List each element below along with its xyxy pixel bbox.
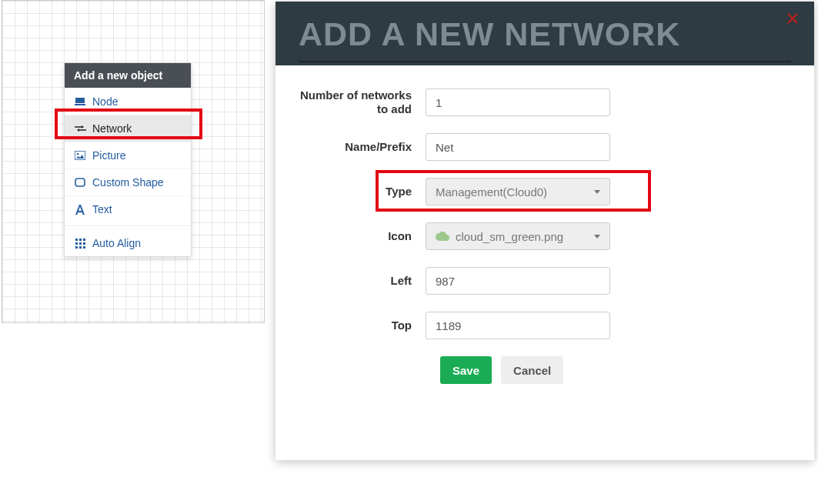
menu-item-label: Node: [92, 95, 118, 108]
menu-item-label: Picture: [92, 149, 126, 162]
button-row: Save Cancel: [440, 356, 768, 384]
chevron-down-icon: [594, 190, 600, 194]
svg-rect-0: [75, 151, 85, 160]
svg-point-1: [77, 153, 79, 155]
menu-item-auto-align[interactable]: Auto Align: [65, 229, 191, 256]
picture-icon: [74, 150, 86, 161]
save-button[interactable]: Save: [440, 356, 492, 384]
svg-rect-9: [75, 246, 78, 249]
label-network-count: Number of networks to add: [299, 88, 426, 116]
modal-body: Number of networks to add Name/Prefix Ty…: [275, 65, 814, 407]
svg-rect-10: [79, 246, 82, 249]
menu-item-custom-shape[interactable]: Custom Shape: [65, 169, 191, 195]
select-icon-value: cloud_sm_green.png: [456, 230, 563, 243]
select-type-value: Management(Cloud0): [436, 185, 547, 199]
modal-header: ADD A NEW NETWORK: [275, 2, 814, 65]
shape-icon: [74, 177, 86, 188]
row-top: Top: [299, 312, 768, 339]
svg-rect-4: [79, 239, 82, 241]
label-name-prefix: Name/Prefix: [299, 140, 426, 154]
menu-item-text[interactable]: Text: [65, 195, 191, 222]
svg-rect-3: [75, 239, 78, 241]
label-top: Top: [299, 319, 426, 332]
canvas-grid[interactable]: Add a new object Node Network Picture Cu…: [2, 0, 265, 323]
menu-item-label: Network: [92, 122, 132, 135]
label-type: Type: [299, 185, 426, 199]
context-menu-add-object: Add a new object Node Network Picture Cu…: [64, 62, 192, 257]
label-left: Left: [299, 274, 426, 288]
row-left: Left: [299, 267, 768, 295]
svg-rect-8: [83, 242, 85, 245]
menu-item-label: Auto Align: [92, 237, 141, 249]
chevron-down-icon: [594, 235, 600, 239]
svg-rect-2: [75, 179, 85, 186]
label-icon: Icon: [299, 229, 426, 243]
node-icon: [74, 96, 86, 107]
row-network-count: Number of networks to add: [299, 88, 768, 116]
context-menu-header: Add a new object: [65, 63, 191, 88]
menu-item-label: Custom Shape: [92, 176, 164, 189]
input-left[interactable]: [426, 267, 610, 295]
menu-item-picture[interactable]: Picture: [65, 142, 191, 169]
svg-rect-7: [79, 242, 82, 245]
select-icon[interactable]: cloud_sm_green.png: [426, 222, 610, 250]
row-name-prefix: Name/Prefix: [299, 133, 768, 161]
input-name-prefix[interactable]: [426, 133, 610, 161]
modal-title: ADD A NEW NETWORK: [299, 15, 791, 62]
cancel-button[interactable]: Cancel: [501, 356, 563, 384]
menu-item-label: Text: [92, 203, 112, 215]
svg-rect-11: [83, 246, 85, 249]
input-network-count[interactable]: [426, 88, 610, 116]
grid-icon: [74, 238, 86, 249]
menu-item-network[interactable]: Network: [65, 115, 191, 142]
svg-rect-6: [75, 242, 78, 245]
row-icon: Icon cloud_sm_green.png: [299, 222, 768, 250]
svg-rect-5: [83, 239, 85, 241]
cloud-icon: [436, 230, 449, 243]
menu-item-node[interactable]: Node: [65, 88, 191, 115]
add-network-modal: ADD A NEW NETWORK Number of networks to …: [275, 2, 814, 460]
close-icon[interactable]: [786, 12, 800, 26]
text-icon: [74, 204, 86, 215]
select-type[interactable]: Management(Cloud0): [426, 178, 610, 205]
input-top[interactable]: [426, 312, 610, 339]
menu-separator: [65, 225, 191, 226]
row-type: Type Management(Cloud0): [299, 178, 768, 205]
network-icon: [74, 123, 86, 134]
